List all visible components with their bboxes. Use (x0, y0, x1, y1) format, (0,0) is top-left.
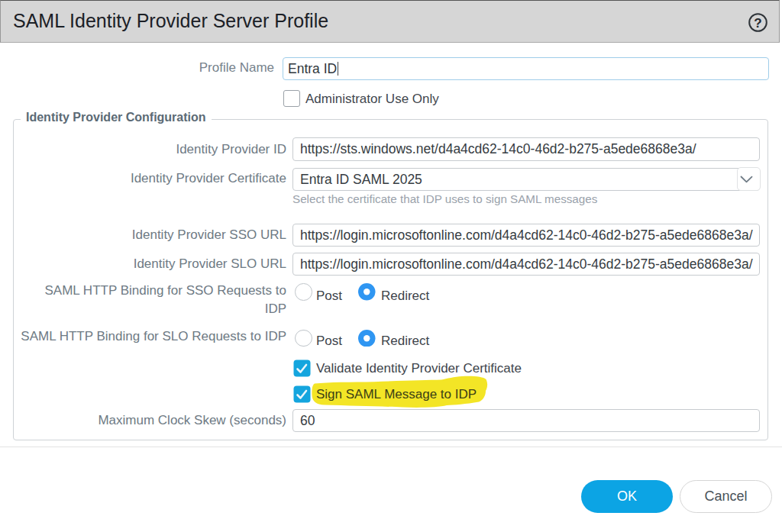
svg-text:?: ? (754, 16, 761, 31)
